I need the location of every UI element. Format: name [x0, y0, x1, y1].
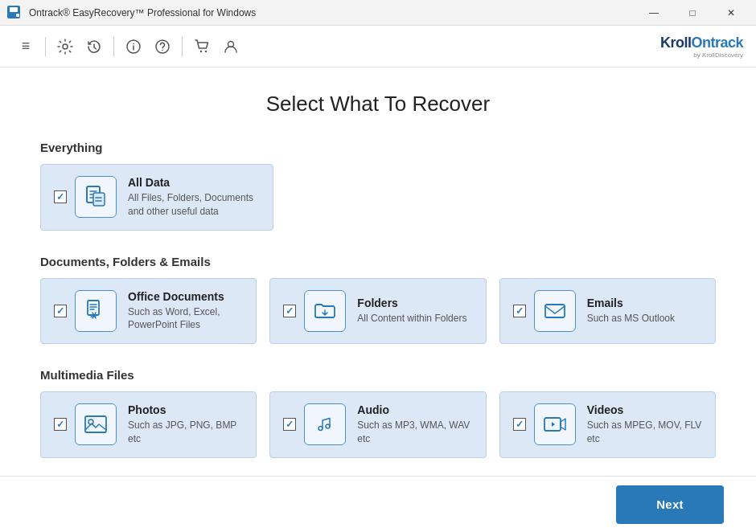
window-controls: — □ ✕ [635, 0, 750, 26]
card-info-audio: Audio Such as MP3, WMA, WAV etc [357, 403, 472, 446]
card-info-videos: Videos Such as MPEG, MOV, FLV etc [587, 403, 702, 446]
footer: Next [0, 476, 756, 532]
card-office-docs[interactable]: ✓ Office Documents Such as Word, Excel, … [40, 278, 257, 345]
hamburger-icon[interactable]: ≡ [13, 34, 39, 59]
icon-box-emails [534, 290, 576, 332]
window-title: Ontrack® EasyRecovery™ Professional for … [29, 7, 256, 18]
svg-point-7 [162, 49, 163, 51]
card-title-folders: Folders [357, 297, 466, 309]
title-bar: Ontrack® EasyRecovery™ Professional for … [0, 0, 756, 26]
svg-point-18 [326, 424, 330, 428]
card-desc-emails: Such as MS Outlook [587, 312, 675, 325]
divider-3 [182, 37, 183, 56]
card-desc-all-data: All Files, Folders, Documents and other … [128, 191, 260, 219]
brand-logo-container: KrollOntrack by KrollDiscovery [660, 35, 743, 59]
page-title: Select What To Recover [40, 92, 716, 117]
checkbox-audio[interactable]: ✓ [283, 418, 296, 431]
icon-box-office-docs [75, 290, 117, 332]
brand-sub: by KrollDiscovery [660, 51, 743, 59]
card-info-all-data: All Data All Files, Folders, Documents a… [128, 176, 260, 219]
card-info-emails: Emails Such as MS Outlook [587, 297, 675, 325]
divider-2 [113, 37, 114, 56]
svg-rect-2 [16, 14, 19, 17]
card-audio[interactable]: ✓ Audio Such as MP3, WMA, WAV etc [269, 391, 486, 458]
card-desc-videos: Such as MPEG, MOV, FLV etc [587, 419, 702, 446]
svg-rect-14 [545, 305, 565, 317]
divider-1 [45, 37, 46, 56]
everything-cards-row: ✓ All Data All Files, Folders, Documents… [40, 164, 716, 231]
svg-point-9 [205, 50, 207, 51]
card-title-all-data: All Data [128, 176, 260, 189]
documents-cards-row: ✓ Office Documents Such as Word, Excel, … [40, 278, 716, 345]
svg-point-5 [133, 43, 134, 44]
svg-rect-1 [10, 7, 18, 12]
next-button[interactable]: Next [616, 485, 724, 524]
help-icon[interactable] [150, 34, 175, 59]
svg-point-3 [63, 44, 68, 49]
checkbox-folders[interactable]: ✓ [283, 305, 296, 317]
icon-box-photos [75, 403, 117, 445]
svg-point-17 [318, 427, 323, 431]
card-desc-photos: Such as JPG, PNG, BMP etc [128, 419, 243, 446]
card-info-folders: Folders All Content within Folders [357, 297, 466, 325]
card-title-photos: Photos [128, 403, 243, 416]
card-photos[interactable]: ✓ Photos Such as JPG, PNG, BMP etc [40, 391, 257, 458]
cart-icon[interactable] [189, 34, 215, 59]
card-folders[interactable]: ✓ Folders All Content within Folders [269, 278, 486, 345]
icon-box-all-data [75, 176, 117, 218]
maximize-button[interactable]: □ [674, 0, 711, 26]
multimedia-cards-row: ✓ Photos Such as JPG, PNG, BMP etc ✓ [40, 391, 716, 458]
svg-rect-15 [85, 416, 106, 432]
card-title-videos: Videos [587, 403, 702, 416]
svg-rect-12 [93, 193, 105, 206]
card-info-office-docs: Office Documents Such as Word, Excel, Po… [128, 290, 243, 333]
card-all-data[interactable]: ✓ All Data All Files, Folders, Documents… [40, 164, 273, 231]
icon-box-videos [534, 403, 576, 445]
card-desc-office-docs: Such as Word, Excel, PowerPoint Files [128, 305, 243, 333]
section-label-documents: Documents, Folders & Emails [40, 255, 716, 268]
minimize-button[interactable]: — [635, 0, 672, 26]
app-icon [6, 5, 23, 21]
close-button[interactable]: ✕ [713, 0, 750, 26]
section-label-multimedia: Multimedia Files [40, 368, 716, 382]
main-content: Select What To Recover Everything ✓ All … [0, 68, 756, 476]
checkbox-videos[interactable]: ✓ [513, 418, 526, 431]
brand-logo: KrollOntrack [660, 35, 743, 51]
checkbox-photos[interactable]: ✓ [54, 418, 67, 431]
info-icon[interactable] [121, 34, 146, 59]
icon-box-folders [304, 290, 346, 332]
card-title-office-docs: Office Documents [128, 290, 243, 303]
icon-box-audio [304, 403, 346, 445]
toolbar-icons: ≡ [13, 34, 244, 59]
user-icon[interactable] [218, 34, 244, 59]
card-desc-folders: All Content within Folders [357, 312, 466, 325]
card-videos[interactable]: ✓ Videos Such as MPEG, MOV, FLV etc [499, 391, 716, 458]
svg-point-8 [200, 50, 202, 51]
section-label-everything: Everything [40, 141, 716, 154]
checkbox-office-docs[interactable]: ✓ [54, 305, 67, 317]
toolbar: ≡ [0, 26, 756, 68]
card-emails[interactable]: ✓ Emails Such as MS Outlook [499, 278, 716, 345]
checkbox-all-data[interactable]: ✓ [54, 190, 67, 203]
svg-point-6 [156, 40, 169, 53]
card-title-audio: Audio [357, 403, 472, 416]
card-title-emails: Emails [587, 297, 675, 309]
card-info-photos: Photos Such as JPG, PNG, BMP etc [128, 403, 243, 446]
card-desc-audio: Such as MP3, WMA, WAV etc [357, 419, 472, 446]
history-icon[interactable] [81, 34, 107, 59]
checkbox-emails[interactable]: ✓ [513, 305, 526, 317]
settings-icon[interactable] [52, 34, 78, 59]
